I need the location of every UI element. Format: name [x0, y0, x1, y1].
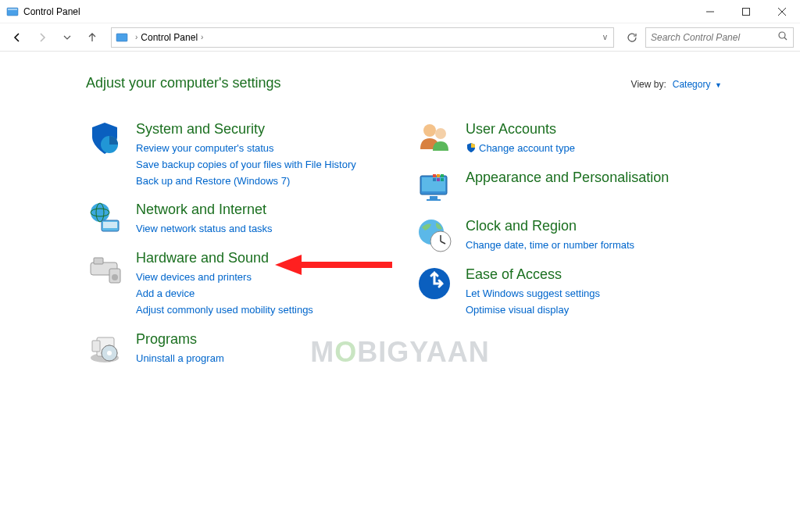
appearance-icon: [416, 168, 453, 205]
category-programs: Programs Uninstall a program: [86, 330, 392, 367]
forward-button[interactable]: [31, 27, 53, 48]
window-controls: [692, 0, 800, 23]
category-title[interactable]: User Accounts: [466, 121, 722, 137]
shield-icon: [466, 142, 477, 153]
search-icon[interactable]: [777, 30, 788, 44]
category-clock-region: Clock and Region Change date, time or nu…: [416, 216, 722, 254]
category-link[interactable]: View network status and tasks: [136, 221, 392, 237]
programs-icon: [86, 330, 123, 367]
viewby-value: Category: [673, 79, 711, 90]
content-area: Adjust your computer's settings View by:…: [0, 52, 800, 378]
chevron-right-icon[interactable]: ›: [201, 33, 203, 41]
category-link[interactable]: Add a device: [136, 286, 392, 302]
window-title: Control Panel: [23, 6, 692, 17]
svg-rect-14: [103, 222, 117, 228]
category-network-internet: Network and Internet View network status…: [86, 200, 392, 237]
svg-point-24: [107, 351, 112, 355]
category-link[interactable]: Save backup copies of your files with Fi…: [136, 157, 392, 173]
category-title[interactable]: Appearance and Personalisation: [466, 170, 722, 186]
category-link[interactable]: Adjust commonly used mobility settings: [136, 302, 392, 319]
category-system-security: System and Security Review your computer…: [86, 120, 392, 189]
control-panel-icon: [6, 5, 19, 18]
minimize-button[interactable]: [692, 0, 728, 23]
category-link[interactable]: View devices and printers: [136, 270, 392, 286]
category-title[interactable]: Hardware and Sound: [136, 250, 392, 266]
network-internet-icon: [86, 200, 123, 237]
svg-rect-16: [94, 258, 103, 264]
clock-region-icon: [416, 216, 453, 254]
svg-rect-3: [743, 8, 750, 15]
close-button[interactable]: [764, 0, 800, 23]
svg-rect-31: [433, 174, 436, 177]
ease-of-access-icon: [416, 265, 453, 302]
svg-line-8: [784, 37, 787, 40]
right-column: User Accounts Change account type Appear…: [416, 120, 722, 378]
hardware-sound-icon: [86, 248, 123, 286]
svg-point-18: [112, 274, 118, 280]
category-title[interactable]: Clock and Region: [466, 218, 722, 234]
chevron-right-icon[interactable]: ›: [135, 33, 138, 41]
viewby-dropdown[interactable]: Category ▼: [673, 78, 722, 90]
page-title: Adjust your computer's settings: [86, 75, 631, 91]
svg-rect-21: [92, 341, 100, 352]
breadcrumb-icon: [115, 30, 129, 45]
category-title[interactable]: Programs: [136, 331, 392, 348]
system-security-icon: [86, 120, 123, 157]
category-hardware-sound: Hardware and Sound View devices and prin…: [86, 248, 392, 318]
svg-rect-36: [441, 178, 444, 181]
category-link[interactable]: Uninstall a program: [136, 351, 392, 367]
category-title[interactable]: Ease of Access: [466, 266, 722, 283]
svg-rect-34: [433, 178, 436, 181]
svg-rect-30: [427, 199, 441, 201]
chevron-down-icon: ▼: [715, 81, 722, 89]
content-header: Adjust your computer's settings View by:…: [86, 75, 722, 91]
svg-point-7: [779, 32, 785, 38]
category-title[interactable]: System and Security: [136, 121, 392, 137]
category-appearance: Appearance and Personalisation: [416, 168, 722, 205]
viewby-label: View by:: [631, 79, 666, 90]
svg-rect-6: [116, 34, 127, 41]
category-ease-of-access: Ease of Access Let Windows suggest setti…: [416, 265, 722, 319]
svg-point-26: [435, 128, 446, 139]
category-title[interactable]: Network and Internet: [136, 202, 392, 218]
maximize-button[interactable]: [728, 0, 764, 23]
category-link[interactable]: Back up and Restore (Windows 7): [136, 173, 392, 190]
category-link[interactable]: Change date, time or number formats: [466, 237, 722, 254]
category-link[interactable]: Review your computer's status: [136, 141, 392, 157]
category-link[interactable]: Let Windows suggest settings: [466, 286, 722, 302]
recent-dropdown[interactable]: [56, 27, 78, 48]
category-link[interactable]: Change account type: [466, 141, 722, 157]
address-bar[interactable]: › Control Panel › v: [111, 27, 614, 48]
category-user-accounts: User Accounts Change account type: [416, 120, 722, 157]
refresh-button[interactable]: [622, 27, 642, 48]
svg-rect-1: [8, 9, 17, 10]
back-button[interactable]: [6, 27, 28, 48]
svg-point-25: [423, 124, 436, 137]
svg-point-10: [91, 203, 109, 222]
svg-rect-32: [437, 174, 440, 177]
svg-rect-35: [437, 178, 440, 181]
category-link[interactable]: Optimise visual display: [466, 302, 722, 319]
svg-rect-29: [430, 196, 438, 199]
user-accounts-icon: [416, 120, 453, 157]
up-button[interactable]: [81, 27, 103, 48]
search-input[interactable]: [651, 32, 777, 43]
titlebar: Control Panel: [0, 0, 800, 23]
breadcrumb-item[interactable]: Control Panel: [141, 32, 198, 43]
navbar: › Control Panel › v: [0, 23, 800, 52]
left-column: System and Security Review your computer…: [86, 120, 392, 378]
search-box[interactable]: [645, 27, 794, 48]
svg-rect-33: [441, 174, 444, 177]
address-dropdown-icon[interactable]: v: [603, 33, 607, 41]
